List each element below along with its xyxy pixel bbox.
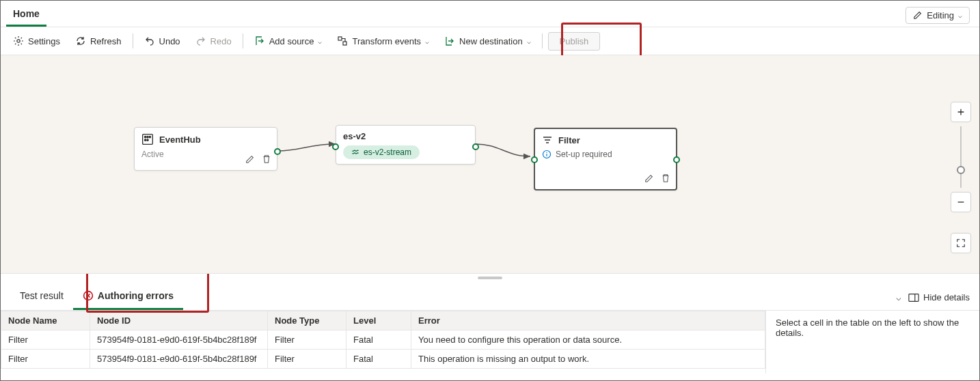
svg-point-5 bbox=[147, 137, 148, 138]
publish-wrap: Publish bbox=[547, 31, 602, 52]
node-info-line: Set-up required bbox=[542, 150, 669, 159]
svg-point-4 bbox=[145, 137, 146, 138]
publish-button[interactable]: Publish bbox=[548, 32, 601, 51]
settings-label: Settings bbox=[28, 36, 60, 46]
fit-icon bbox=[956, 238, 966, 248]
node-esv2[interactable]: es-v2 es-v2-stream bbox=[336, 125, 476, 165]
pencil-icon bbox=[644, 173, 654, 183]
cell-node-type[interactable]: Filter bbox=[268, 350, 346, 369]
toolbar: Settings Refresh Undo Redo Add source ⌵ … bbox=[1, 27, 979, 55]
undo-icon bbox=[144, 36, 155, 46]
transform-label: Transform events bbox=[352, 36, 421, 46]
col-error[interactable]: Error bbox=[411, 311, 765, 330]
filter-icon bbox=[542, 135, 553, 145]
redo-icon bbox=[195, 36, 206, 46]
node-port-in[interactable] bbox=[332, 143, 339, 150]
cell-level[interactable]: Fatal bbox=[346, 350, 411, 369]
stream-icon bbox=[351, 148, 359, 156]
undo-label: Undo bbox=[159, 36, 180, 46]
node-port-out[interactable] bbox=[274, 148, 281, 155]
delete-node-button[interactable] bbox=[659, 172, 672, 186]
new-destination-icon bbox=[444, 36, 455, 46]
add-source-icon bbox=[254, 36, 265, 46]
editing-mode-dropdown[interactable]: Editing ⌵ bbox=[906, 7, 970, 24]
tab-home[interactable]: Home bbox=[6, 4, 46, 27]
panel-drag-handle[interactable] bbox=[478, 277, 502, 279]
node-info-text: Set-up required bbox=[556, 150, 612, 159]
zoom-out-button[interactable] bbox=[951, 192, 971, 212]
gear-icon bbox=[13, 36, 24, 46]
table-row[interactable]: Filter573954f9-0181-e9d0-619f-5b4bc28f18… bbox=[1, 330, 765, 350]
svg-point-6 bbox=[149, 137, 150, 138]
minus-icon bbox=[956, 197, 966, 207]
transform-events-button[interactable]: Transform events ⌵ bbox=[330, 32, 436, 50]
node-port-out[interactable] bbox=[472, 143, 479, 150]
zoom-slider[interactable] bbox=[960, 126, 962, 188]
redo-button[interactable]: Redo bbox=[189, 32, 239, 50]
node-port-in[interactable] bbox=[531, 156, 538, 163]
cell-node-id[interactable]: 573954f9-0181-e9d0-619f-5b4bc28f189f bbox=[90, 350, 268, 369]
trash-icon bbox=[661, 173, 670, 183]
col-level[interactable]: Level bbox=[346, 311, 411, 330]
svg-point-0 bbox=[17, 40, 20, 42]
new-destination-button[interactable]: New destination ⌵ bbox=[437, 32, 538, 50]
pencil-icon bbox=[913, 10, 923, 20]
cell-node-name[interactable]: Filter bbox=[1, 330, 90, 350]
edit-node-button[interactable] bbox=[244, 153, 256, 167]
trash-icon bbox=[262, 154, 271, 164]
panel-right-controls: ⌵ Hide details bbox=[896, 292, 970, 302]
chevron-down-icon[interactable]: ⌵ bbox=[896, 292, 901, 302]
node-title-row: Filter bbox=[542, 135, 669, 145]
pencil-icon bbox=[245, 154, 255, 164]
node-actions bbox=[643, 172, 672, 186]
zoom-in-button[interactable] bbox=[951, 102, 971, 122]
chevron-down-icon: ⌵ bbox=[958, 12, 962, 19]
node-filter[interactable]: Filter Set-up required bbox=[534, 128, 677, 190]
cell-node-type[interactable]: Filter bbox=[268, 330, 346, 350]
add-source-label: Add source bbox=[269, 36, 314, 46]
add-source-button[interactable]: Add source ⌵ bbox=[247, 32, 329, 50]
svg-rect-13 bbox=[909, 294, 918, 301]
stream-chip[interactable]: es-v2-stream bbox=[343, 145, 420, 159]
new-destination-label: New destination bbox=[459, 36, 523, 46]
chevron-down-icon: ⌵ bbox=[527, 38, 531, 45]
tab-test-result[interactable]: Test result bbox=[10, 285, 73, 310]
tab-authoring-errors[interactable]: Authoring errors bbox=[73, 285, 183, 310]
cell-node-id[interactable]: 573954f9-0181-e9d0-619f-5b4bc28f189f bbox=[90, 330, 268, 350]
zoom-controls bbox=[951, 102, 971, 253]
refresh-button[interactable]: Refresh bbox=[68, 32, 128, 50]
table-header-row: Node Name Node ID Node Type Level Error bbox=[1, 311, 765, 330]
col-node-name[interactable]: Node Name bbox=[1, 311, 90, 330]
undo-button[interactable]: Undo bbox=[137, 32, 187, 50]
toolbar-divider bbox=[542, 33, 543, 48]
fit-to-screen-button[interactable] bbox=[951, 233, 971, 253]
transform-icon bbox=[337, 36, 348, 46]
header-bar: Home Editing ⌵ bbox=[1, 1, 979, 27]
node-title-row: EventHub bbox=[141, 133, 270, 145]
edit-node-button[interactable] bbox=[643, 172, 655, 186]
toolbar-divider bbox=[133, 33, 133, 48]
node-title: EventHub bbox=[159, 135, 201, 145]
cell-level[interactable]: Fatal bbox=[346, 330, 411, 350]
table-row[interactable]: Filter573954f9-0181-e9d0-619f-5b4bc28f18… bbox=[1, 350, 765, 369]
col-node-id[interactable]: Node ID bbox=[90, 311, 268, 330]
stream-chip-label: es-v2-stream bbox=[364, 147, 411, 157]
editing-label: Editing bbox=[927, 10, 954, 20]
cell-error[interactable]: You need to configure this operation or … bbox=[411, 330, 765, 350]
svg-rect-1 bbox=[338, 37, 342, 40]
toolbar-divider bbox=[243, 33, 243, 48]
node-eventhub[interactable]: EventHub Active bbox=[134, 127, 277, 171]
col-node-type[interactable]: Node Type bbox=[268, 311, 346, 330]
pipeline-canvas[interactable]: EventHub Active es-v2 es-v2-stream Filte… bbox=[1, 55, 979, 274]
svg-point-8 bbox=[147, 139, 148, 141]
node-port-out[interactable] bbox=[673, 156, 680, 163]
cell-error[interactable]: This operation is missing an output to w… bbox=[411, 350, 765, 369]
svg-rect-2 bbox=[343, 42, 346, 45]
delete-node-button[interactable] bbox=[260, 153, 273, 167]
cell-node-name[interactable]: Filter bbox=[1, 350, 90, 369]
zoom-slider-thumb[interactable] bbox=[957, 166, 965, 174]
hide-details-button[interactable]: Hide details bbox=[908, 292, 970, 302]
node-title: Filter bbox=[558, 135, 580, 145]
settings-button[interactable]: Settings bbox=[6, 32, 67, 50]
bottom-panel-body: Node Name Node ID Node Type Level Error … bbox=[1, 311, 979, 373]
